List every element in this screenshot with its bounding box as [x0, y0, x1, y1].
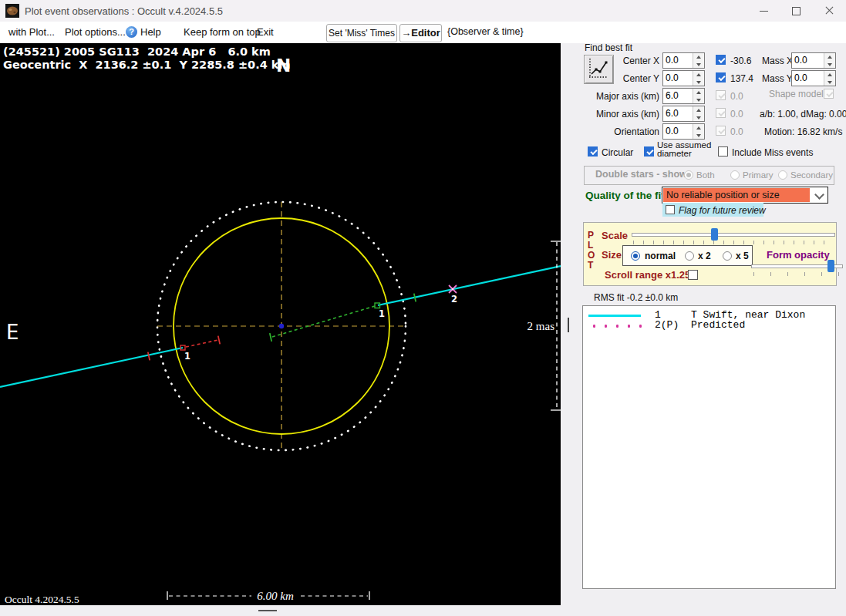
chord1-r-label: 1 [379, 308, 385, 319]
plot-geocentric: Geocentric X 2136.2 ±0.1 Y 2285.8 ±0.4 k… [3, 59, 291, 71]
chord2-label: 2 [451, 294, 457, 305]
horizontal-scroll-thumb[interactable] [258, 610, 277, 611]
center-y-down[interactable] [693, 79, 704, 86]
scale-slider-ticks [633, 241, 834, 244]
center-x-input[interactable]: 0.0 [662, 52, 705, 69]
include-miss-events-label: Include Miss events [732, 147, 813, 158]
center-y-input[interactable]: 0.0 [662, 70, 705, 86]
major-axis-input[interactable]: 6.0 [662, 88, 705, 104]
menu-exit[interactable]: Exit [257, 26, 274, 38]
legend-chord1-line [588, 315, 641, 317]
mass-x-input[interactable]: 0.0 [791, 52, 836, 69]
double-stars-title: Double stars - show [593, 169, 689, 180]
mass-y-label: Mass Y [762, 73, 793, 84]
major-axis-down[interactable] [693, 96, 704, 103]
opacity-slider-ticks [753, 272, 841, 276]
scale-slider-thumb[interactable] [711, 228, 718, 241]
size-radio-group: normal x 2 x 5 [622, 245, 753, 266]
chevron-down-icon [814, 190, 824, 200]
app-window: Plot event observations : Occult v.4.202… [0, 0, 846, 616]
center-x-down[interactable] [693, 61, 704, 68]
quality-value: No reliable position or size [666, 190, 780, 200]
app-icon [5, 4, 19, 18]
scalebar-label: 6.00 km [257, 590, 294, 602]
offset-y-checkbox[interactable] [716, 72, 726, 82]
legend-chord2-name: Predicted [691, 319, 745, 331]
plot-letter-l: L [588, 240, 593, 251]
plot-controls-panel: P L O T Scale Size normal x 2 x 5 Form o… [583, 222, 837, 286]
menu-help[interactable]: Help [140, 26, 161, 38]
offset-x-value: -30.6 [730, 56, 751, 66]
orientation-input[interactable]: 0.0 [662, 123, 705, 140]
vertical-splitter-handle[interactable] [568, 318, 569, 332]
center-x-up[interactable] [693, 53, 704, 60]
menu-plot-options[interactable]: Plot options... [65, 26, 126, 38]
center-dot [279, 324, 284, 328]
offset-x-checkbox[interactable] [716, 55, 726, 65]
orientation-label: Orientation [586, 126, 659, 137]
minor-axis-unc-checkbox [716, 108, 726, 118]
flag-review-label: Flag for future review [679, 205, 766, 216]
offset-y-value: 137.4 [730, 73, 753, 84]
size-normal-radio[interactable] [631, 251, 640, 261]
occultation-plot[interactable]: (245521) 2005 SG113 2024 Apr 6 6.0 km Ge… [0, 43, 561, 605]
maximize-icon [792, 7, 800, 15]
minor-axis-down[interactable] [693, 114, 704, 121]
orientation-up[interactable] [693, 124, 704, 131]
menu-keep-on-top[interactable]: Keep form on top [184, 26, 261, 38]
double-stars-primary-radio [730, 170, 740, 180]
legend-chord2-dots [588, 324, 642, 328]
minimize-icon [760, 11, 768, 12]
use-assumed-diameter-label: Use assumeddiameter [657, 141, 711, 158]
menu-bar: with Plot... Plot options... ? Help Keep… [0, 22, 846, 43]
opacity-slider-thumb[interactable] [827, 260, 834, 272]
major-axis-unc-checkbox [716, 90, 726, 100]
find-best-fit-title: Find best fit [585, 42, 632, 53]
size-x2-label: x 2 [698, 251, 711, 261]
quality-dropdown[interactable]: No reliable position or size [662, 187, 828, 204]
menu-with-plot[interactable]: with Plot... [8, 26, 55, 38]
include-miss-events-checkbox[interactable] [718, 146, 728, 157]
orientation-unc-checkbox [716, 126, 726, 136]
set-miss-times-button[interactable]: Set 'Miss' Times [326, 24, 397, 42]
double-stars-both-label: Both [696, 170, 715, 180]
minor-axis-up[interactable] [693, 106, 704, 113]
close-button[interactable] [812, 0, 846, 22]
mass-y-input[interactable]: 0.0 [791, 70, 836, 86]
plot-letter-t: T [588, 260, 593, 271]
mass-y-up[interactable] [824, 71, 835, 78]
size-x2-radio[interactable] [685, 251, 694, 261]
center-y-label: Center Y [586, 73, 659, 84]
circular-checkbox[interactable] [588, 146, 598, 157]
major-axis-up[interactable] [693, 89, 704, 96]
double-stars-primary-label: Primary [743, 170, 774, 180]
minimize-button[interactable] [747, 0, 780, 22]
major-axis-unc-value: 0.0 [730, 91, 743, 102]
ab-dmag-label: a/b: 1.00, dMag: 0.00 [760, 109, 846, 119]
maximize-button[interactable] [779, 0, 813, 22]
scroll-range-label: Scroll range x1.25 [605, 269, 690, 281]
legend-chord2-num: 2(P) [655, 319, 679, 331]
double-stars-secondary-label: Secondary [790, 170, 833, 180]
east-label: E [6, 321, 19, 344]
rms-fit-label: RMS fit -0.2 ±0.0 km [594, 292, 678, 303]
flag-review-checkbox[interactable] [666, 205, 675, 214]
size-label: Size [602, 249, 622, 261]
scale-slider-track[interactable] [632, 233, 835, 237]
plot-title: (245521) 2005 SG113 2024 Apr 6 6.0 km [3, 45, 271, 58]
minor-axis-input[interactable]: 6.0 [662, 106, 705, 122]
center-x-label: Center X [586, 56, 659, 66]
north-label: N [276, 56, 291, 76]
editor-button[interactable]: →Editor [399, 24, 442, 42]
center-y-up[interactable] [693, 71, 704, 78]
mass-x-down[interactable] [824, 61, 835, 68]
use-assumed-diameter-checkbox[interactable] [644, 146, 654, 157]
flag-review-row: Flag for future review [662, 203, 763, 217]
orientation-down[interactable] [693, 132, 704, 139]
circular-label: Circular [602, 147, 633, 158]
size-x5-radio[interactable] [723, 251, 732, 261]
mass-y-down[interactable] [824, 79, 835, 86]
mass-x-up[interactable] [824, 53, 835, 60]
scroll-range-checkbox[interactable] [688, 270, 698, 280]
minor-axis-label: Minor axis (km) [586, 109, 659, 119]
